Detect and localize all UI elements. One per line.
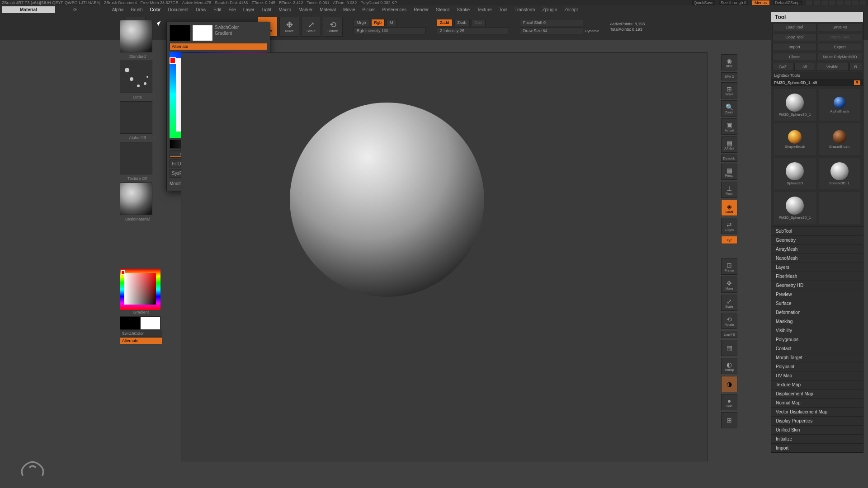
menu-color[interactable]: Color bbox=[146, 7, 165, 12]
menu-alpha[interactable]: Alpha bbox=[108, 7, 127, 12]
section-display-properties[interactable]: Display Properties bbox=[771, 416, 863, 425]
tool-name-label[interactable]: PM3D_Sphere3D_1. 49 bbox=[774, 80, 817, 85]
zoom-button[interactable]: 🔍Zoom bbox=[721, 100, 737, 117]
menu-movie[interactable]: Movie bbox=[340, 7, 359, 12]
menu-preferences[interactable]: Preferences bbox=[378, 7, 410, 12]
scale-cam-button[interactable]: ⤢Scale bbox=[721, 295, 737, 311]
make-polymesh-button[interactable]: Make PolyMesh3D bbox=[818, 53, 863, 61]
section-visibility[interactable]: Visibility bbox=[771, 326, 863, 335]
goz-all-button[interactable]: All bbox=[794, 63, 816, 71]
section-normal-map[interactable]: Normal Map bbox=[771, 398, 863, 407]
aahalf-button[interactable]: ▤AAHalf bbox=[721, 136, 737, 153]
section-polygroups[interactable]: Polygroups bbox=[771, 335, 863, 344]
xyz-button[interactable]: Xyz bbox=[721, 236, 737, 244]
stroke-thumb[interactable] bbox=[120, 61, 152, 93]
tool-thumb-pm3d[interactable]: PM3D_Sphere3D_1 bbox=[774, 89, 816, 121]
menu-stencil[interactable]: Stencil bbox=[432, 7, 453, 12]
quicksave-button[interactable]: QuickSave bbox=[692, 0, 715, 5]
material-thumb[interactable] bbox=[120, 183, 152, 215]
frame-button[interactable]: ⊡Frame bbox=[721, 258, 737, 275]
popup-hue-handle[interactable] bbox=[170, 57, 176, 64]
menu-picker[interactable]: Picker bbox=[359, 7, 379, 12]
tool-thumb-eraser[interactable]: EraserBrush bbox=[819, 123, 861, 155]
section-geometry[interactable]: Geometry bbox=[771, 235, 863, 244]
tool-panel-title[interactable]: Tool bbox=[771, 12, 863, 22]
section-displacement-map[interactable]: Displacement Map bbox=[771, 389, 863, 398]
move-mode-button[interactable]: ✥Move bbox=[279, 17, 299, 37]
lsym-button[interactable]: ⇄L.Sym bbox=[721, 218, 737, 234]
zsub-button[interactable]: Zsub bbox=[454, 19, 470, 26]
menu-zplugin[interactable]: Zplugin bbox=[538, 7, 561, 12]
section-deformation[interactable]: Deformation bbox=[771, 308, 863, 317]
seethrough-slider[interactable]: See-through 0 bbox=[719, 0, 748, 5]
menu-marker[interactable]: Marker bbox=[295, 7, 316, 12]
section-nanomesh[interactable]: NanoMesh bbox=[771, 253, 863, 263]
linefill-toggle[interactable]: Line Fill bbox=[721, 331, 737, 338]
tool-thumb-alpha[interactable]: AlphaBrush bbox=[819, 89, 861, 121]
popup-swatch-primary[interactable] bbox=[192, 25, 213, 41]
solo-button[interactable]: ●Solo bbox=[721, 394, 737, 410]
defaultscript-button[interactable]: DefaultZScript bbox=[773, 0, 802, 5]
actual-button[interactable]: ▣Actual bbox=[721, 118, 737, 135]
win-icon-5[interactable] bbox=[837, 0, 843, 5]
menu-edit[interactable]: Edit bbox=[210, 7, 225, 12]
menu-texture[interactable]: Texture bbox=[473, 7, 495, 12]
focal-shift-slider[interactable]: Focal Shift 0 bbox=[520, 19, 583, 26]
z-intensity-slider[interactable]: Z Intensity 25 bbox=[437, 27, 509, 34]
swatch-white[interactable] bbox=[140, 316, 160, 330]
menu-transform[interactable]: Transform bbox=[511, 7, 538, 12]
win-icon-7[interactable] bbox=[852, 0, 859, 5]
popup-gradient-link[interactable]: Gradient bbox=[215, 31, 239, 36]
section-unified-skin[interactable]: Unified Skin bbox=[771, 425, 863, 434]
polyf-button[interactable]: ▦ bbox=[721, 340, 737, 356]
section-geometry-hd[interactable]: Geometry HD bbox=[771, 281, 863, 290]
tool-thumb-sphere3d1[interactable]: Sphere3D_1 bbox=[819, 158, 861, 189]
floor-button[interactable]: ⊥Floor bbox=[721, 182, 737, 198]
tool-thumb-simple[interactable]: SimpleBrush bbox=[774, 123, 816, 155]
tool-r-badge[interactable]: R bbox=[854, 80, 861, 85]
transp-button[interactable]: ◐Transp bbox=[721, 358, 737, 374]
scroll-button[interactable]: ⊞Scroll bbox=[721, 82, 737, 99]
section-surface[interactable]: Surface bbox=[771, 299, 863, 308]
section-vector-displacement-map[interactable]: Vector Displacement Map bbox=[771, 407, 863, 416]
sphere-object[interactable] bbox=[290, 103, 484, 297]
win-icon-4[interactable] bbox=[829, 0, 835, 5]
menu-stroke[interactable]: Stroke bbox=[453, 7, 473, 12]
load-tool-button[interactable]: Load Tool bbox=[772, 23, 817, 31]
win-icon-3[interactable] bbox=[821, 0, 828, 5]
section-contact[interactable]: Contact bbox=[771, 344, 863, 353]
dynamic-toggle[interactable]: Dynamic bbox=[721, 155, 737, 162]
popup-alternate-button[interactable]: Alternate bbox=[170, 43, 267, 50]
alpha-thumb[interactable] bbox=[120, 101, 152, 134]
active-palette-label[interactable]: Material bbox=[2, 6, 55, 13]
texture-thumb[interactable] bbox=[120, 142, 152, 174]
menu-file[interactable]: File bbox=[225, 7, 240, 12]
m-button[interactable]: M bbox=[387, 19, 396, 26]
clone-button[interactable]: Clone bbox=[772, 53, 817, 61]
pf-button[interactable]: ⊞ bbox=[721, 412, 737, 428]
bpr-button[interactable]: ◉BPR bbox=[721, 54, 737, 70]
persp-button[interactable]: ▦Persp bbox=[721, 164, 737, 180]
local-button[interactable]: ◈Local bbox=[721, 200, 737, 216]
section-initialize[interactable]: Initialize bbox=[771, 434, 863, 443]
section-preview[interactable]: Preview bbox=[771, 290, 863, 299]
goz-button[interactable]: GoZ bbox=[772, 63, 793, 71]
mini-color-picker[interactable] bbox=[120, 269, 160, 310]
scale-mode-button[interactable]: ⤢Scale bbox=[301, 17, 321, 37]
rotate-mode-button[interactable]: ⟲Rotate bbox=[323, 17, 343, 37]
dynamic-label[interactable]: Dynamic bbox=[585, 29, 599, 33]
refresh-icon[interactable]: ⟳ bbox=[73, 7, 77, 12]
section-import[interactable]: Import bbox=[771, 443, 863, 452]
draw-size-slider[interactable]: Draw Size 64 bbox=[520, 27, 583, 34]
mrgb-button[interactable]: Mrgb bbox=[354, 19, 369, 26]
hue-handle[interactable] bbox=[121, 270, 125, 275]
menu-macro[interactable]: Macro bbox=[275, 7, 295, 12]
section-arraymesh[interactable]: ArrayMesh bbox=[771, 244, 863, 253]
popup-switchcolor-link[interactable]: SwitchColor bbox=[215, 25, 239, 30]
menu-zscript[interactable]: Zscript bbox=[561, 7, 581, 12]
menus-button[interactable]: Menus bbox=[752, 0, 769, 5]
section-uv-map[interactable]: UV Map bbox=[771, 371, 863, 380]
switchcolor-button[interactable]: SwitchColor bbox=[120, 330, 162, 337]
section-masking[interactable]: Masking bbox=[771, 317, 863, 326]
paste-tool-button[interactable]: Paste Tool bbox=[818, 33, 863, 41]
